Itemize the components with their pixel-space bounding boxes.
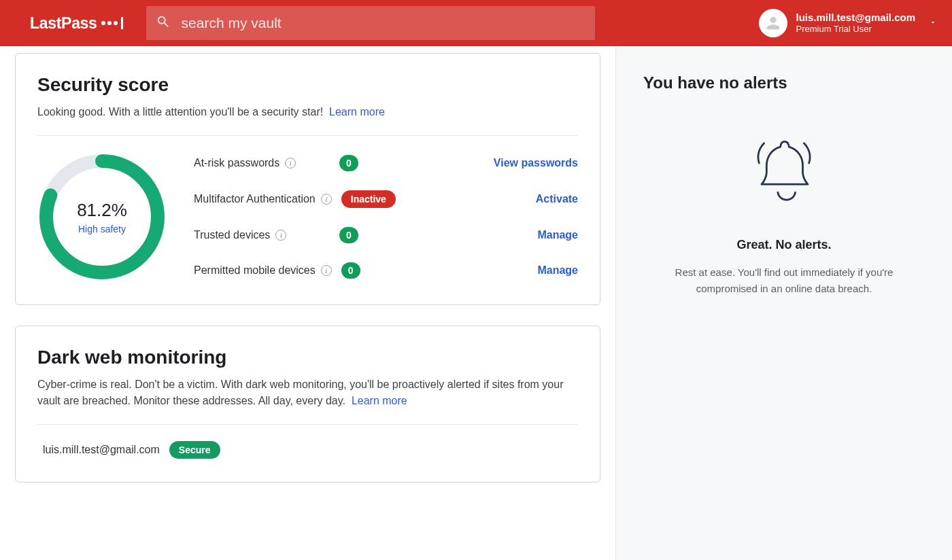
bell-icon	[747, 133, 821, 211]
score-donut: 81.2% High safety	[37, 152, 167, 281]
darkweb-card: Dark web monitoring Cyber-crime is real.…	[15, 326, 600, 483]
alerts-title: You have no alerts	[643, 73, 925, 92]
activate-link[interactable]: Activate	[536, 193, 578, 205]
user-plan: Premium Trial User	[796, 24, 915, 35]
metric-value: Inactive	[341, 190, 396, 208]
monitored-email-row: luis.mill.test@gmail.com Secure	[37, 441, 578, 459]
darkweb-learn-more-link[interactable]: Learn more	[352, 395, 407, 406]
metric-mobile: Permitted mobile devicesi 0 Manage	[194, 262, 578, 279]
info-icon[interactable]: i	[275, 230, 286, 241]
alerts-panel: You have no alerts Great. No alerts. Res…	[615, 46, 952, 560]
security-subtitle: Looking good. With a little attention yo…	[37, 104, 578, 120]
avatar-icon	[759, 9, 787, 37]
logo-text: LastPass	[30, 14, 97, 33]
metric-mfa: Multifactor Authenticationi Inactive Act…	[194, 190, 578, 208]
score-percent: 81.2%	[77, 200, 127, 221]
no-alerts-heading: Great. No alerts.	[736, 238, 831, 252]
search-icon	[156, 14, 171, 32]
manage-mobile-link[interactable]: Manage	[537, 264, 578, 277]
security-title: Security score	[37, 74, 578, 96]
metric-at-risk: At-risk passwordsi 0 View passwords	[194, 155, 578, 171]
search-input[interactable]	[182, 15, 585, 31]
logo-dots-icon	[101, 17, 123, 29]
metric-value: 0	[339, 155, 358, 171]
app-header: LastPass luis.mill.test@gmail.com Premiu…	[0, 0, 952, 46]
divider	[37, 135, 578, 136]
chevron-down-icon	[929, 17, 937, 29]
darkweb-title: Dark web monitoring	[37, 347, 578, 368]
monitored-email: luis.mill.test@gmail.com	[43, 444, 160, 456]
info-icon[interactable]: i	[321, 265, 332, 276]
divider	[37, 424, 578, 425]
user-email: luis.mill.test@gmail.com	[796, 12, 915, 24]
no-alerts-body: Rest at ease. You'll find out immediatel…	[648, 264, 920, 297]
main-content[interactable]: Security score Looking good. With a litt…	[0, 46, 615, 560]
info-icon[interactable]: i	[321, 194, 332, 205]
user-text: luis.mill.test@gmail.com Premium Trial U…	[796, 12, 915, 35]
logo[interactable]: LastPass	[30, 14, 123, 33]
metric-trusted: Trusted devicesi 0 Manage	[194, 227, 578, 243]
view-passwords-link[interactable]: View passwords	[494, 157, 578, 169]
security-score-card: Security score Looking good. With a litt…	[15, 53, 600, 305]
search-box[interactable]	[146, 6, 595, 40]
user-menu[interactable]: luis.mill.test@gmail.com Premium Trial U…	[759, 9, 937, 37]
darkweb-subtitle: Cyber-crime is real. Don't be a victim. …	[37, 377, 578, 409]
manage-trusted-link[interactable]: Manage	[537, 229, 578, 241]
email-status-badge: Secure	[169, 441, 220, 459]
metric-value: 0	[341, 262, 360, 279]
info-icon[interactable]: i	[285, 158, 296, 169]
metrics-list: At-risk passwordsi 0 View passwords Mult…	[194, 155, 578, 279]
security-learn-more-link[interactable]: Learn more	[329, 106, 385, 118]
score-label: High safety	[78, 224, 126, 234]
metric-value: 0	[339, 227, 358, 243]
